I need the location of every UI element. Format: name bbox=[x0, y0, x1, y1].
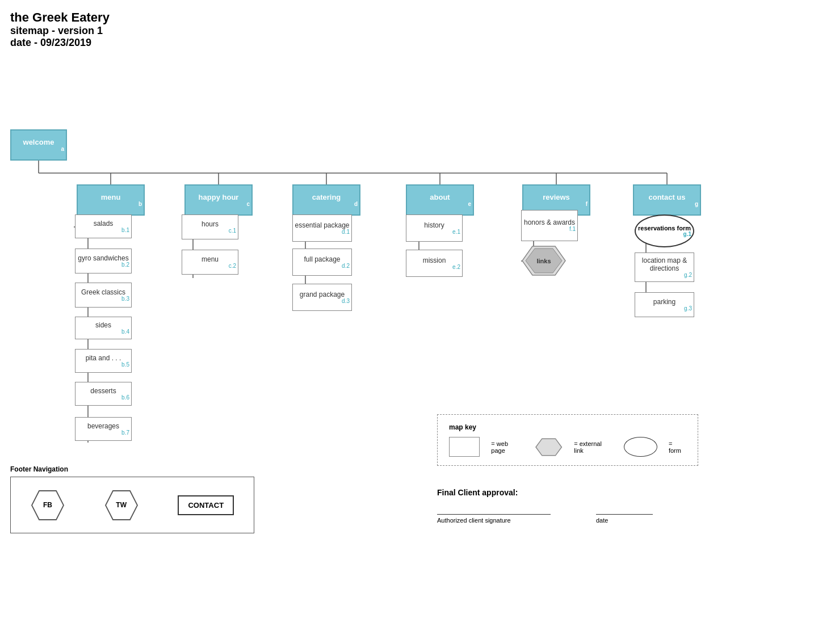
catering-id: d bbox=[354, 201, 359, 208]
desserts-id: b.6 bbox=[121, 395, 131, 401]
essential-id: d.1 bbox=[342, 229, 351, 235]
happy-hour-label: happy hour bbox=[199, 193, 239, 201]
history-node[interactable]: history e.1 bbox=[406, 214, 463, 242]
approval-title: Final Client approval: bbox=[437, 488, 653, 497]
contact-us-node[interactable]: contact us g bbox=[633, 184, 701, 216]
contact-us-label: contact us bbox=[648, 193, 685, 201]
mission-label: mission bbox=[423, 256, 446, 264]
full-node[interactable]: full package d.2 bbox=[292, 249, 352, 276]
key-rect bbox=[449, 437, 480, 457]
reservations-id: g.1 bbox=[683, 231, 693, 238]
about-node[interactable]: about e bbox=[406, 184, 474, 216]
menu-node[interactable]: menu b bbox=[77, 184, 145, 216]
essential-node[interactable]: essential package d.1 bbox=[292, 214, 352, 242]
approval-sig-line: Authorized client signature bbox=[437, 514, 551, 524]
sig-label: Authorized client signature bbox=[437, 517, 511, 524]
form-label: = form bbox=[669, 440, 686, 454]
desserts-label: desserts bbox=[90, 387, 116, 395]
grand-label: grand package bbox=[300, 291, 345, 298]
approval-date-line: date bbox=[596, 514, 653, 524]
salads-id: b.1 bbox=[121, 228, 131, 234]
menu-id: b bbox=[139, 201, 144, 208]
sides-node[interactable]: sides b.4 bbox=[75, 317, 132, 339]
hh-menu-label: menu bbox=[202, 255, 219, 263]
hh-menu-node[interactable]: menu c.2 bbox=[182, 250, 238, 275]
sides-id: b.4 bbox=[121, 329, 131, 335]
parking-label: parking bbox=[653, 298, 675, 306]
contact-button[interactable]: CONTACT bbox=[178, 495, 234, 515]
greek-classics-id: b.3 bbox=[121, 296, 131, 302]
site-subtitle: sitemap - version 1 bbox=[10, 25, 110, 37]
happy-hour-node[interactable]: happy hour c bbox=[184, 184, 253, 216]
tw-icon[interactable]: TW bbox=[104, 490, 139, 521]
date-label: date bbox=[596, 517, 608, 524]
fb-icon[interactable]: FB bbox=[31, 490, 65, 521]
footer-nav-box: FB TW CONTACT bbox=[10, 477, 254, 533]
map-key-title: map key bbox=[449, 423, 686, 431]
location-id: g.2 bbox=[684, 272, 694, 279]
grand-id: d.3 bbox=[342, 298, 351, 305]
location-node[interactable]: location map & directions g.2 bbox=[635, 252, 694, 282]
pita-id: b.5 bbox=[121, 362, 131, 368]
salads-label: salads bbox=[94, 220, 114, 228]
links-label: links bbox=[536, 258, 551, 264]
gyro-label: gyro sandwiches bbox=[78, 254, 128, 262]
reviews-label: reviews bbox=[543, 193, 570, 201]
map-key: map key = web page = external link = for… bbox=[437, 414, 698, 466]
grand-node[interactable]: grand package d.3 bbox=[292, 284, 352, 311]
beverages-label: beverages bbox=[87, 422, 119, 430]
honors-node[interactable]: honors & awards f.1 bbox=[521, 210, 578, 241]
gyro-node[interactable]: gyro sandwiches b.2 bbox=[75, 249, 132, 273]
menu-label: menu bbox=[101, 193, 121, 201]
parking-id: g.3 bbox=[684, 306, 694, 312]
sides-label: sides bbox=[95, 321, 111, 329]
hours-id: c.1 bbox=[229, 228, 238, 234]
essential-label: essential package bbox=[295, 221, 349, 229]
greek-classics-label: Greek classics bbox=[81, 288, 125, 296]
history-id: e.1 bbox=[452, 229, 462, 235]
key-hex-icon bbox=[535, 437, 563, 457]
mission-node[interactable]: mission e.2 bbox=[406, 250, 463, 277]
footer-nav: Footer Navigation FB TW CONTACT bbox=[10, 465, 254, 533]
beverages-id: b.7 bbox=[121, 430, 131, 436]
hours-label: hours bbox=[202, 220, 219, 228]
fb-label: FB bbox=[43, 501, 52, 509]
reviews-id: f bbox=[586, 201, 589, 208]
beverages-node[interactable]: beverages b.7 bbox=[75, 417, 132, 441]
history-label: history bbox=[424, 221, 444, 229]
full-id: d.2 bbox=[342, 263, 351, 270]
full-label: full package bbox=[304, 255, 340, 263]
approval-section: Final Client approval: Authorized client… bbox=[437, 488, 653, 524]
honors-label: honors & awards bbox=[524, 218, 575, 226]
happy-hour-id: c bbox=[246, 201, 251, 208]
footer-nav-title: Footer Navigation bbox=[10, 465, 254, 473]
links-node[interactable]: links bbox=[521, 245, 567, 276]
hours-node[interactable]: hours c.1 bbox=[182, 214, 238, 239]
location-label: location map & directions bbox=[635, 256, 694, 272]
header: the Greek Eatery sitemap - version 1 dat… bbox=[10, 10, 110, 49]
pita-node[interactable]: pita and . . . b.5 bbox=[75, 349, 132, 373]
greek-classics-node[interactable]: Greek classics b.3 bbox=[75, 283, 132, 308]
about-id: e bbox=[468, 201, 473, 208]
welcome-id: a bbox=[61, 146, 66, 153]
site-date: date - 09/23/2019 bbox=[10, 37, 110, 49]
external-link-label: = external link bbox=[574, 440, 612, 454]
contact-us-id: g bbox=[695, 201, 700, 208]
welcome-node[interactable]: welcome a bbox=[10, 129, 67, 161]
key-oval bbox=[624, 437, 657, 457]
catering-label: catering bbox=[312, 193, 341, 201]
gyro-id: b.2 bbox=[121, 262, 131, 268]
pita-label: pita and . . . bbox=[86, 354, 121, 362]
reservations-label: reservations form bbox=[638, 225, 691, 231]
site-title: the Greek Eatery bbox=[10, 10, 110, 25]
parking-node[interactable]: parking g.3 bbox=[635, 292, 694, 317]
catering-node[interactable]: catering d bbox=[292, 184, 360, 216]
desserts-node[interactable]: desserts b.6 bbox=[75, 382, 132, 406]
salads-node[interactable]: salads b.1 bbox=[75, 214, 132, 238]
reservations-node[interactable]: reservations form g.1 bbox=[635, 214, 694, 247]
hh-menu-id: c.2 bbox=[229, 263, 238, 270]
mission-id: e.2 bbox=[452, 264, 462, 271]
contact-label: CONTACT bbox=[188, 501, 224, 510]
svg-marker-50 bbox=[536, 439, 561, 456]
about-label: about bbox=[430, 193, 450, 201]
